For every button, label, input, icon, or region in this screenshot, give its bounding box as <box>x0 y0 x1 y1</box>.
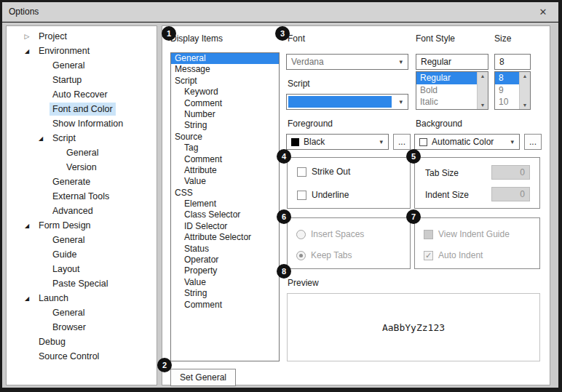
display-item-class-selector[interactable]: Class Selector <box>171 209 279 220</box>
tree-item-paste-special[interactable]: Paste Special <box>7 276 157 291</box>
expander-expanded-icon[interactable]: ◢ <box>21 48 33 55</box>
tree-item-auto-recover[interactable]: Auto Recover <box>7 87 157 102</box>
check-icon: ✓ <box>425 252 432 260</box>
font-style-input[interactable]: Regular <box>416 54 488 70</box>
display-item-value[interactable]: Value <box>171 277 279 288</box>
expander-expanded-icon[interactable]: ◢ <box>35 135 47 142</box>
tree-item-debug[interactable]: Debug <box>7 335 157 349</box>
size-scrollbar[interactable]: ▲ ▼ <box>519 72 530 109</box>
scroll-down-icon[interactable]: ▼ <box>480 103 486 108</box>
tree-item-general[interactable]: General <box>7 305 157 320</box>
tree-item-guide[interactable]: Guide <box>7 247 157 262</box>
display-item-message[interactable]: Message <box>171 64 279 75</box>
size-option-8[interactable]: 8 <box>495 72 519 84</box>
strike-out-checkbox[interactable]: Strike Out <box>297 167 350 177</box>
foreground-dropdown[interactable]: Black ▾ <box>286 134 389 150</box>
close-icon[interactable]: ✕ <box>535 4 551 20</box>
underline-label: Underline <box>312 190 349 200</box>
display-item-source[interactable]: Source <box>171 132 279 143</box>
display-item-attribute[interactable]: Attribute <box>171 165 279 176</box>
radio-circle[interactable] <box>296 251 306 260</box>
tree-item-advanced[interactable]: Advanced <box>7 204 157 218</box>
display-item-comment[interactable]: Comment <box>171 300 279 311</box>
checkbox-box[interactable] <box>424 230 433 239</box>
expander-expanded-icon[interactable]: ◢ <box>21 223 33 229</box>
scroll-up-icon[interactable]: ▲ <box>523 73 528 79</box>
display-item-css[interactable]: CSS <box>171 188 279 199</box>
strike-out-label: Strike Out <box>312 167 350 177</box>
display-item-operator[interactable]: Operator <box>171 255 279 265</box>
view-indent-guide-label: View Indent Guide <box>438 229 510 239</box>
display-item-id-selector[interactable]: ID Selector <box>171 221 279 232</box>
tree-item-general[interactable]: General <box>7 58 157 73</box>
tree-item-general[interactable]: General <box>7 233 157 247</box>
view-indent-guide-checkbox[interactable]: View Indent Guide <box>424 229 510 239</box>
font-style-option-italic[interactable]: Italic <box>416 96 477 108</box>
tree-item-startup[interactable]: Startup <box>7 73 157 87</box>
chevron-down-icon: ▾ <box>510 138 514 145</box>
tree-item-generate[interactable]: Generate <box>7 175 157 189</box>
font-style-option-regular[interactable]: Regular <box>416 72 477 84</box>
checkbox-box[interactable] <box>297 167 306 177</box>
checkbox-box[interactable] <box>297 191 306 200</box>
display-item-value[interactable]: Value <box>171 176 279 187</box>
display-item-keyword[interactable]: Keyword <box>171 87 279 97</box>
display-item-status[interactable]: Status <box>171 244 279 255</box>
display-item-comment[interactable]: Comment <box>171 98 279 109</box>
tree-item-source-control[interactable]: Source Control <box>7 349 157 364</box>
tab-size-input[interactable]: 0 <box>491 165 530 180</box>
display-item-attribute-selector[interactable]: Attribute Selector <box>171 232 279 243</box>
display-item-string[interactable]: String <box>171 288 279 299</box>
tree-item-show-information[interactable]: Show Information <box>7 116 157 131</box>
indent-size-input[interactable]: 0 <box>491 187 530 201</box>
display-item-string[interactable]: String <box>171 120 279 131</box>
size-option-9[interactable]: 9 <box>495 84 519 97</box>
tree-item-form-design[interactable]: ◢Form Design <box>7 218 157 233</box>
background-more-colors-button[interactable]: ... <box>524 134 542 150</box>
tree-item-environment[interactable]: ◢Environment <box>7 44 157 58</box>
font-style-scrollbar[interactable]: ▲ ▼ <box>477 72 488 109</box>
display-item-property[interactable]: Property <box>171 265 279 276</box>
expander-collapsed-icon[interactable]: ▷ <box>21 33 33 40</box>
display-items-list[interactable]: GeneralMessageScriptKeywordCommentNumber… <box>170 52 280 361</box>
radio-circle[interactable] <box>296 230 306 239</box>
tree-item-layout[interactable]: Layout <box>7 262 157 276</box>
tree-item-label: Layout <box>50 263 83 276</box>
font-dropdown[interactable]: Verdana ▾ <box>286 54 408 70</box>
font-style-list[interactable]: RegularBoldItalic ▲ ▼ <box>416 71 488 110</box>
scroll-up-icon[interactable]: ▲ <box>480 73 486 79</box>
title-bar[interactable]: Options ✕ <box>2 2 558 22</box>
set-general-button[interactable]: Set General <box>170 369 236 386</box>
tree-item-general[interactable]: General <box>7 145 157 160</box>
callout-badge-4: 4 <box>277 149 291 164</box>
expander-expanded-icon[interactable]: ◢ <box>21 295 33 302</box>
display-item-element[interactable]: Element <box>171 199 279 209</box>
tree-item-launch[interactable]: ◢Launch <box>7 291 157 305</box>
tree-item-browser[interactable]: Browser <box>7 320 157 335</box>
tree-item-font-and-color[interactable]: Font and Color <box>7 102 157 116</box>
scroll-down-icon[interactable]: ▼ <box>523 103 528 108</box>
display-item-general[interactable]: General <box>171 53 279 64</box>
background-dropdown[interactable]: Automatic Color ▾ <box>414 134 520 150</box>
font-style-label: Font Style <box>416 33 455 44</box>
foreground-more-colors-button[interactable]: ... <box>393 134 411 150</box>
script-dropdown[interactable]: ▾ <box>286 94 408 110</box>
tree-item-project[interactable]: ▷Project <box>7 29 157 44</box>
checkbox-box[interactable]: ✓ <box>424 251 433 260</box>
underline-checkbox[interactable]: Underline <box>297 190 349 200</box>
font-style-option-bold[interactable]: Bold <box>416 84 477 97</box>
keep-tabs-radio[interactable]: Keep Tabs <box>296 250 352 260</box>
size-option-10[interactable]: 10 <box>495 96 519 108</box>
tree-item-external-tools[interactable]: External Tools <box>7 189 157 204</box>
tree-item-version[interactable]: Version <box>7 160 157 175</box>
tree-item-script[interactable]: ◢Script <box>7 131 157 145</box>
insert-spaces-radio[interactable]: Insert Spaces <box>296 229 364 239</box>
display-item-tag[interactable]: Tag <box>171 143 279 153</box>
display-item-script[interactable]: Script <box>171 76 279 87</box>
size-list[interactable]: 8910 ▲ ▼ <box>494 71 531 110</box>
display-item-comment[interactable]: Comment <box>171 154 279 165</box>
options-category-tree: ▷Project◢EnvironmentGeneralStartupAuto R… <box>6 25 157 385</box>
display-item-number[interactable]: Number <box>171 109 279 120</box>
size-input[interactable]: 8 <box>494 54 531 70</box>
auto-indent-checkbox[interactable]: ✓ Auto Indent <box>424 250 483 260</box>
